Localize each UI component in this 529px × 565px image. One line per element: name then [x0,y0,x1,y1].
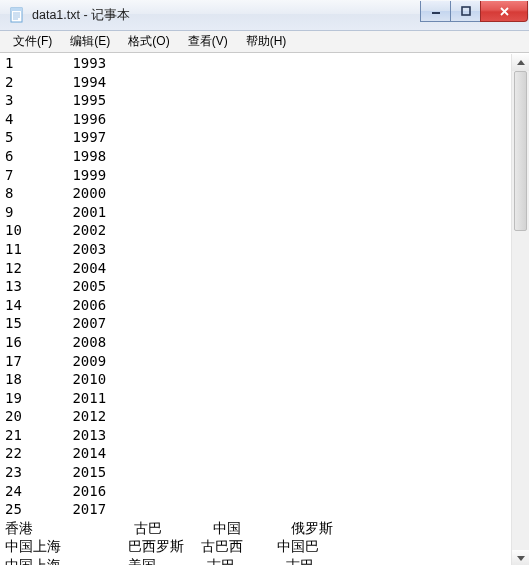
text-line: 香港 古巴 中国 俄罗斯 [5,520,333,536]
svg-rect-7 [462,7,470,15]
text-line: 20 2012 [5,408,106,424]
menu-file[interactable]: 文件(F) [4,31,61,52]
vertical-scrollbar[interactable] [511,54,529,565]
scroll-up-button[interactable] [512,54,529,71]
text-line: 1 1993 [5,55,106,71]
chevron-down-icon [517,556,525,561]
minimize-icon [431,6,441,16]
text-line: 14 2006 [5,297,106,313]
text-line: 22 2014 [5,445,106,461]
text-line: 中国上海 美国 古巴 古巴 [5,557,314,565]
text-line: 8 2000 [5,185,106,201]
close-icon [499,6,510,17]
minimize-button[interactable] [420,1,450,22]
text-line: 中国上海 巴西罗斯 古巴西 中国巴 [5,538,319,554]
menu-format[interactable]: 格式(O) [119,31,178,52]
text-line: 10 2002 [5,222,106,238]
menu-help[interactable]: 帮助(H) [237,31,296,52]
text-line: 4 1996 [5,111,106,127]
chevron-up-icon [517,60,525,65]
titlebar[interactable]: data1.txt - 记事本 [0,0,529,31]
editor-area: 1 1993 2 1994 3 1995 4 1996 5 1997 6 199… [0,53,529,565]
scroll-track[interactable] [512,71,529,550]
text-line: 18 2010 [5,371,106,387]
text-line: 19 2011 [5,390,106,406]
menubar: 文件(F) 编辑(E) 格式(O) 查看(V) 帮助(H) [0,31,529,53]
notepad-icon [8,6,26,24]
close-button[interactable] [480,1,528,22]
text-line: 17 2009 [5,353,106,369]
text-line: 6 1998 [5,148,106,164]
text-line: 5 1997 [5,129,106,145]
text-line: 11 2003 [5,241,106,257]
scroll-thumb[interactable] [514,71,527,231]
text-line: 13 2005 [5,278,106,294]
text-line: 23 2015 [5,464,106,480]
svg-rect-1 [11,8,22,11]
text-line: 7 1999 [5,167,106,183]
text-content[interactable]: 1 1993 2 1994 3 1995 4 1996 5 1997 6 199… [2,54,511,565]
menu-edit[interactable]: 编辑(E) [61,31,119,52]
maximize-icon [461,6,471,16]
text-line: 24 2016 [5,483,106,499]
svg-rect-6 [432,12,440,14]
window-buttons [420,1,528,22]
notepad-window: data1.txt - 记事本 文件(F) 编辑(E) 格式(O) 查看(V) … [0,0,529,565]
text-line: 2 1994 [5,74,106,90]
window-title: data1.txt - 记事本 [32,7,420,24]
text-line: 21 2013 [5,427,106,443]
text-line: 3 1995 [5,92,106,108]
text-line: 15 2007 [5,315,106,331]
scroll-down-button[interactable] [512,550,529,565]
menu-view[interactable]: 查看(V) [179,31,237,52]
text-line: 16 2008 [5,334,106,350]
text-line: 25 2017 [5,501,106,517]
text-line: 9 2001 [5,204,106,220]
maximize-button[interactable] [450,1,480,22]
text-line: 12 2004 [5,260,106,276]
